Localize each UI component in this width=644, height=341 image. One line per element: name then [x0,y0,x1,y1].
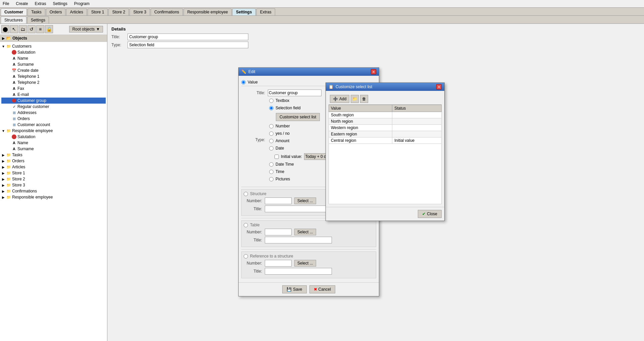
tab-settings[interactable]: Settings [232,8,255,15]
value-section-radio[interactable] [241,80,246,84]
pictures-radio[interactable] [269,177,274,181]
tab-customer[interactable]: Customer [1,8,27,15]
date-radio[interactable] [269,146,274,151]
folder-button[interactable]: 📁 [351,95,359,103]
tree-item-customer-group[interactable]: Customer group [1,98,106,104]
structure-number-input[interactable] [265,197,292,204]
tree-item-name2[interactable]: A Name [1,140,106,146]
tab-store2[interactable]: Store 2 [108,8,129,15]
menu-extras[interactable]: Extras [33,1,47,7]
toolbar-btn-circle[interactable]: ⬤ [1,25,9,33]
save-button[interactable]: 💾 Save [282,285,306,293]
table-number-input[interactable] [265,229,292,235]
tree-item-store1-root[interactable]: ▶ 📁 Store 1 [1,170,106,176]
tree-item-surname2[interactable]: A Surname [1,146,106,152]
customize-select-list-button[interactable]: Customize select list [276,113,320,121]
tree-item-customers[interactable]: ▼ 📁 Customers [1,43,106,49]
icon-customer-group [11,98,17,103]
tree-item-tasks-root[interactable]: ▶ 📁 Tasks [1,152,106,158]
table-row[interactable]: North region [329,118,442,125]
table-row[interactable]: Central region Initial value [329,137,442,144]
customize-close-x-button[interactable]: ✕ [436,84,442,90]
selection-radio[interactable] [269,106,274,110]
close-button[interactable]: ✔ Close [418,210,442,218]
tab-articles[interactable]: Articles [66,8,87,15]
table-title-input[interactable] [265,237,332,243]
tab-tasks[interactable]: Tasks [28,8,45,15]
tab-confirmations[interactable]: Confirmations [151,8,183,15]
textbox-radio[interactable] [269,99,274,103]
toolbar-btn-lock[interactable]: 🔒 [45,25,53,33]
structure-select-button[interactable]: Select ... [294,197,316,204]
toolbar-btn-list[interactable]: ≡ [36,25,44,33]
tree-item-customer-account[interactable]: ⊞ Customer account [1,122,106,128]
reference-title-input[interactable] [265,268,332,275]
title-input[interactable] [128,34,248,40]
icon-surname2: A [11,146,17,152]
tree-item-articles-root[interactable]: ▶ 📁 Articles [1,164,106,170]
table-row[interactable]: South region [329,112,442,118]
menu-program[interactable]: Program [73,1,91,7]
tree-item-telephone1[interactable]: A Telephone 1 [1,73,106,79]
menu-create[interactable]: Create [14,1,29,7]
initial-value-checkbox[interactable] [275,155,279,159]
tree-item-fax[interactable]: A Fax [1,86,106,92]
menu-settings[interactable]: Settings [51,1,68,7]
number-radio[interactable] [269,124,274,128]
reference-select-button[interactable]: Select ... [294,260,316,267]
tab-responsible-employee[interactable]: Responsible employee [184,8,232,15]
save-icon: 💾 [287,287,292,292]
tree-item-regular-customer[interactable]: ✓ Regular customer [1,104,106,110]
sub-tab-settings[interactable]: Settings [27,16,49,23]
customize-dialog-titlebar[interactable]: 📋 Customize select list ✕ [326,83,444,91]
tree-item-responsible-employee[interactable]: ▼ 📁 Responsible employee [1,128,106,134]
amount-radio[interactable] [269,139,274,143]
edit-close-button[interactable]: ✕ [371,69,376,74]
toolbar-btn-cursor[interactable]: ↖ [10,25,18,33]
reference-radio[interactable] [244,254,248,259]
type-input[interactable] [128,42,248,48]
time-radio[interactable] [269,170,274,174]
toolbar-btn-save[interactable]: 🗂 [19,25,27,33]
structure-radio[interactable] [244,192,248,196]
edit-title-input[interactable] [268,90,321,96]
menu-file[interactable]: File [1,1,10,7]
datetime-radio[interactable] [269,162,274,167]
tree: ▼ 📁 Customers Salutation A Name A Surnam… [0,42,107,341]
tree-item-confirmations-root[interactable]: ▶ 📁 Confirmations [1,188,106,194]
tree-item-surname[interactable]: A Surname [1,61,106,67]
root-objects-button[interactable]: Root objects ▼ [69,26,103,33]
tree-item-salutation[interactable]: Salutation [1,49,106,55]
delete-button[interactable]: 🗑 [360,95,368,103]
tree-label-customers: Customers [12,44,32,49]
yesno-radio[interactable] [269,131,274,136]
table-select-button[interactable]: Select ... [294,229,316,235]
sub-tab-structures[interactable]: Structures [1,16,27,23]
tree-item-email[interactable]: A E-mail [1,92,106,98]
tab-extras[interactable]: Extras [256,8,275,15]
tree-item-responsible-root[interactable]: ▶ 📁 Responsible employee [1,194,106,200]
add-button[interactable]: ➕ Add [330,95,349,103]
tab-store3[interactable]: Store 3 [130,8,150,15]
tree-item-orders[interactable]: ⊞ Orders [1,116,106,122]
table-radio[interactable] [244,223,248,227]
close-check-icon: ✔ [422,212,426,216]
tree-item-create-date[interactable]: 📅 Create date [1,67,106,73]
tab-store1[interactable]: Store 1 [88,8,108,15]
tree-item-orders-root[interactable]: ▶ 📁 Orders [1,158,106,164]
toolbar-btn-refresh[interactable]: ↺ [28,25,36,33]
reference-number-input[interactable] [265,260,292,267]
tab-orders[interactable]: Orders [46,8,66,15]
cancel-icon: ✖ [314,287,317,292]
tree-item-store2-root[interactable]: ▶ 📁 Store 2 [1,176,106,182]
structure-title-input[interactable] [265,206,332,212]
tree-item-store3-root[interactable]: ▶ 📁 Store 3 [1,182,106,188]
edit-dialog-titlebar[interactable]: ✏️ Edit ✕ [239,68,379,76]
table-row[interactable]: Western region [329,125,442,131]
tree-item-addresses[interactable]: ⊞ Addresses [1,110,106,116]
tree-item-telephone2[interactable]: A Telephone 2 [1,79,106,86]
table-row[interactable]: Eastern region [329,131,442,137]
cancel-button[interactable]: ✖ Cancel [309,285,335,293]
tree-item-name[interactable]: A Name [1,55,106,61]
tree-item-salutation2[interactable]: Salutation [1,134,106,140]
